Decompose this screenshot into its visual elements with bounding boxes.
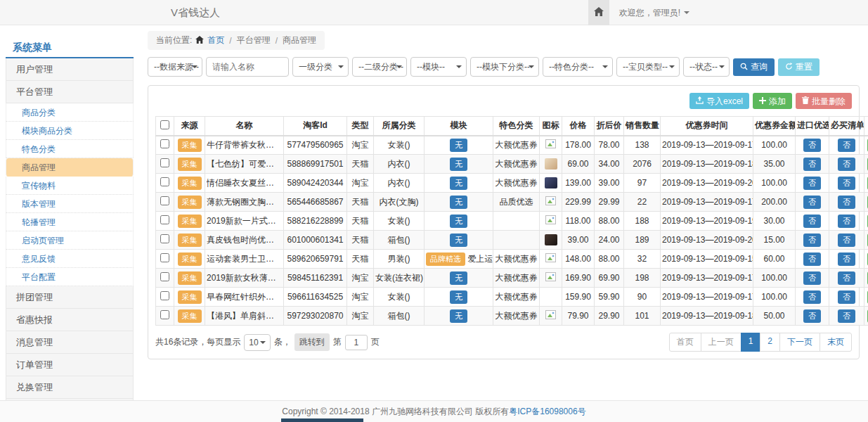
import-excel-button[interactable]: 导入excel (689, 93, 749, 109)
row-checkbox[interactable] (160, 177, 169, 186)
import-flag-toggle[interactable]: 否 (803, 290, 821, 304)
filter-select-1[interactable]: --二级分类-- (352, 57, 407, 77)
module-toggle[interactable]: 无 (450, 271, 467, 285)
module-cell: 无 (425, 136, 493, 155)
sidebar-item-消息管理[interactable]: 消息管理 (6, 331, 134, 354)
broken-image-icon (545, 198, 556, 207)
filter-select-source[interactable]: --数据来源-- (148, 57, 202, 77)
must-buy-toggle[interactable]: 否 (838, 290, 855, 304)
pagination-bar: 共16条记录，每页显示 10 条， 跳转到 第 页 首页上一页12下一页末页 (155, 333, 852, 352)
page-button-1[interactable]: 1 (741, 333, 761, 352)
module-toggle[interactable]: 无 (450, 139, 467, 152)
search-button[interactable]: 查询 (733, 58, 775, 76)
filter-select-4[interactable]: --特色分类-- (543, 57, 613, 77)
module-toggle[interactable]: 无 (450, 290, 467, 304)
user-menu[interactable]: 欢迎您，管理员! (609, 0, 699, 25)
sidebar-item-宣传物料[interactable]: 宣传物料 (6, 177, 134, 195)
module-toggle[interactable]: 无 (450, 215, 467, 228)
must-buy-toggle[interactable]: 否 (838, 309, 855, 323)
sidebar-item-意见反馈[interactable]: 意见反馈 (6, 250, 134, 268)
filter-select-3[interactable]: --模块下分类-- (470, 57, 539, 77)
must-buy-cell: 否 (829, 136, 864, 155)
sidebar-item-平台管理[interactable]: 平台管理 (6, 81, 134, 103)
import-flag-toggle[interactable]: 否 (803, 271, 821, 285)
import-flag-toggle[interactable]: 否 (803, 252, 821, 266)
sidebar-item-订单管理[interactable]: 订单管理 (6, 354, 134, 376)
must-buy-toggle[interactable]: 否 (838, 196, 855, 209)
import-flag-toggle[interactable]: 否 (803, 139, 821, 152)
sidebar-item-轮播管理[interactable]: 轮播管理 (6, 213, 134, 231)
sidebar-item-兑换管理[interactable]: 兑换管理 (6, 376, 134, 399)
row-checkbox-cell (156, 174, 174, 193)
taoke-id-cell: 565446685867 (284, 193, 347, 212)
batch-delete-button[interactable]: 批量删除 (796, 93, 852, 109)
sidebar-item-省惠快报[interactable]: 省惠快报 (6, 309, 134, 331)
row-checkbox[interactable] (160, 291, 169, 300)
must-buy-toggle[interactable]: 否 (838, 177, 855, 190)
feature-cell (493, 231, 540, 250)
sidebar-item-商品分类[interactable]: 商品分类 (6, 103, 134, 122)
filter-select-2[interactable]: --模块-- (410, 57, 467, 77)
sidebar-item-平台配置[interactable]: 平台配置 (6, 268, 134, 286)
must-buy-toggle[interactable]: 否 (838, 271, 855, 285)
module-toggle[interactable]: 无 (450, 309, 467, 323)
sidebar-item-启动页管理[interactable]: 启动页管理 (6, 231, 134, 250)
must-buy-toggle[interactable]: 否 (838, 215, 855, 228)
row-checkbox[interactable] (160, 139, 169, 148)
page-button-下一页[interactable]: 下一页 (779, 333, 820, 352)
page-button-2[interactable]: 2 (760, 333, 780, 352)
row-checkbox-cell (156, 288, 174, 307)
page-button-末页[interactable]: 末页 (820, 333, 852, 352)
import-flag-toggle[interactable]: 否 (803, 234, 821, 247)
sidebar-item-模块商品分类[interactable]: 模块商品分类 (6, 122, 134, 140)
reset-button[interactable]: 重置 (778, 58, 820, 76)
sidebar-item-特色分类[interactable]: 特色分类 (6, 140, 134, 158)
per-page-select[interactable]: 10 (244, 334, 270, 351)
must-buy-toggle[interactable]: 否 (838, 252, 855, 266)
row-checkbox[interactable] (160, 158, 169, 167)
must-buy-toggle[interactable]: 否 (838, 139, 855, 152)
type-cell: 天猫 (347, 250, 374, 269)
add-button[interactable]: 添加 (753, 93, 792, 109)
goods-name: 运动套装男士卫衣初秋... (207, 253, 282, 265)
import-flag-cell: 否 (796, 307, 829, 326)
row-checkbox[interactable] (160, 215, 169, 224)
sidebar-item-拼团管理[interactable]: 拼团管理 (6, 286, 134, 309)
name-cell-wrap: 2019新款女秋薄款... (205, 269, 284, 288)
jump-button[interactable]: 跳转到 (294, 333, 330, 351)
must-buy-toggle[interactable]: 否 (838, 234, 855, 247)
row-checkbox[interactable] (160, 234, 169, 243)
filter-select-6[interactable]: --状态-- (683, 57, 730, 77)
home-button[interactable] (588, 0, 609, 25)
row-checkbox[interactable] (160, 310, 169, 319)
module-toggle[interactable]: 无 (450, 177, 467, 190)
module-toggle[interactable]: 无 (450, 158, 467, 171)
feature-cell: 大额优惠券 (493, 155, 540, 174)
row-checkbox[interactable] (160, 272, 169, 281)
sidebar-item-商品管理[interactable]: 商品管理 (6, 158, 134, 177)
import-flag-toggle[interactable]: 否 (803, 158, 821, 171)
module-toggle[interactable]: 无 (450, 196, 467, 209)
table-row: 采集早春网红针织外套女春...596611634525淘宝女装()无大额优惠券1… (156, 288, 868, 307)
import-flag-toggle[interactable]: 否 (803, 215, 821, 228)
import-flag-toggle[interactable]: 否 (803, 196, 821, 209)
sidebar-item-版本管理[interactable]: 版本管理 (6, 195, 134, 213)
row-checkbox-cell (156, 212, 174, 231)
import-icon (696, 96, 704, 106)
import-flag-toggle[interactable]: 否 (803, 309, 821, 323)
filter-select-5[interactable]: --宝贝类型-- (616, 57, 680, 77)
page-button-首页[interactable]: 首页 (669, 333, 701, 352)
import-flag-toggle[interactable]: 否 (803, 177, 821, 190)
row-checkbox[interactable] (160, 253, 169, 262)
name-search-input[interactable] (206, 57, 289, 77)
filter-select-0[interactable]: 一级分类 (292, 57, 349, 77)
sidebar-item-用户管理[interactable]: 用户管理 (6, 58, 134, 81)
must-buy-toggle[interactable]: 否 (838, 158, 855, 171)
module-toggle[interactable]: 无 (450, 234, 467, 247)
breadcrumb-home-link[interactable]: 首页 (207, 34, 224, 46)
page-button-上一页[interactable]: 上一页 (701, 333, 741, 352)
jump-page-input[interactable] (345, 335, 368, 350)
row-checkbox[interactable] (160, 196, 169, 205)
icp-link[interactable]: 粤ICP备16098006号 (509, 406, 585, 418)
select-all-checkbox[interactable] (160, 120, 169, 129)
